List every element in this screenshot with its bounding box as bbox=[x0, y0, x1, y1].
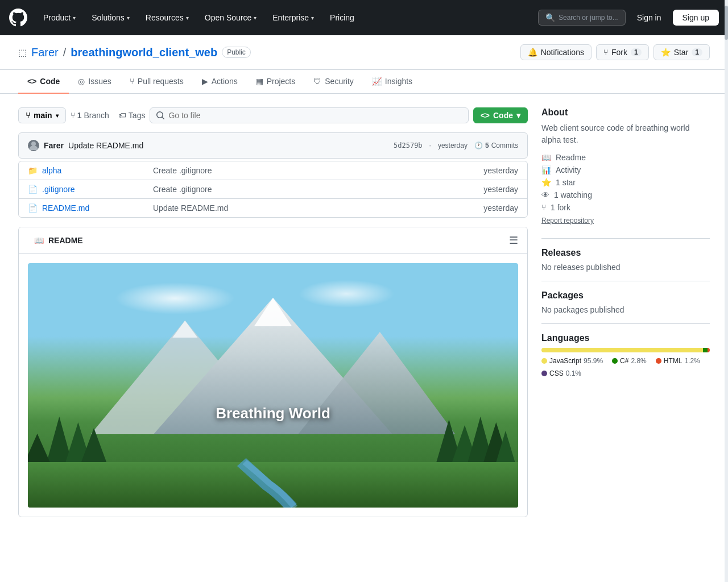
activity-link[interactable]: 📊 Activity bbox=[541, 165, 710, 174]
lang-item-js[interactable]: JavaScript 95.9% bbox=[541, 357, 603, 365]
watching-link[interactable]: 👁 1 watching bbox=[541, 190, 710, 199]
nav-product[interactable]: Product ▾ bbox=[36, 9, 82, 27]
commit-author-avatar bbox=[28, 140, 39, 151]
languages-title: Languages bbox=[541, 333, 710, 343]
file-icon: 📄 bbox=[28, 203, 38, 213]
forks-link[interactable]: ⑂ 1 fork bbox=[541, 203, 710, 212]
file-search bbox=[150, 107, 468, 123]
scrollbar-thumb[interactable] bbox=[725, 6, 728, 40]
top-nav: Product ▾ Solutions ▾ Resources ▾ Open S… bbox=[0, 0, 728, 35]
search-icon: 🔍 bbox=[545, 13, 555, 22]
file-commit-msg: Update README.md bbox=[153, 203, 483, 213]
go-to-file-input[interactable] bbox=[150, 107, 468, 123]
github-logo[interactable] bbox=[9, 9, 27, 27]
chevron-down-icon: ▾ bbox=[186, 15, 189, 21]
languages-bar bbox=[541, 348, 710, 352]
history-icon: 🕐 bbox=[474, 142, 483, 149]
nav-open-source[interactable]: Open Source ▾ bbox=[198, 9, 264, 27]
repo-name-link[interactable]: breathingworld_client_web bbox=[71, 46, 217, 59]
nav-solutions[interactable]: Solutions ▾ bbox=[85, 9, 136, 27]
fork-icon: ⑂ bbox=[603, 48, 608, 57]
file-name-gitignore[interactable]: 📄 .gitignore bbox=[28, 185, 153, 194]
file-date: yesterday bbox=[483, 203, 518, 213]
svg-marker-4 bbox=[254, 298, 292, 326]
repo-header: ⬚ Farer / breathingworld_client_web Publ… bbox=[0, 35, 728, 70]
commit-author-name[interactable]: Farer bbox=[44, 141, 64, 150]
branch-icon: ⑂ bbox=[26, 111, 30, 120]
tag-icon: 🏷 bbox=[118, 111, 126, 120]
languages-section: Languages JavaScript 95.9% C# 2.8% bbox=[541, 323, 710, 377]
file-date: yesterday bbox=[483, 166, 518, 175]
file-row: 📄 .gitignore Create .gitignore yesterday bbox=[19, 180, 527, 198]
branch-selector[interactable]: ⑂ main ▾ bbox=[18, 107, 66, 123]
lang-item-csharp[interactable]: C# 2.8% bbox=[612, 357, 647, 365]
chevron-down-icon: ▾ bbox=[56, 113, 59, 119]
svg-point-0 bbox=[31, 142, 36, 146]
packages-title: Packages bbox=[541, 290, 710, 301]
tab-pull-requests[interactable]: ⑂ Pull requests bbox=[121, 70, 193, 94]
readme-link[interactable]: 📖 Readme bbox=[541, 153, 710, 162]
eye-icon: 👁 bbox=[541, 190, 549, 199]
scrollbar[interactable] bbox=[725, 0, 728, 531]
lang-item-css[interactable]: CSS 0.1% bbox=[541, 369, 581, 377]
tab-projects[interactable]: ▦ Projects bbox=[247, 70, 305, 94]
repo-owner-link[interactable]: Farer bbox=[31, 46, 59, 59]
readme-options-button[interactable]: ☰ bbox=[509, 234, 518, 247]
commit-meta: 5d2579b · yesterday 🕐 5 Commits bbox=[394, 142, 518, 149]
search-button[interactable]: 🔍 Search or jump to... bbox=[538, 10, 626, 26]
bell-icon: 🔔 bbox=[528, 48, 537, 57]
book-icon: 📖 bbox=[541, 153, 551, 162]
about-links: 📖 Readme 📊 Activity ⭐ 1 star 👁 1 watchin… bbox=[541, 153, 710, 212]
insights-icon: 📈 bbox=[372, 77, 382, 86]
tab-insights[interactable]: 📈 Insights bbox=[363, 70, 421, 94]
stars-link[interactable]: ⭐ 1 star bbox=[541, 178, 710, 187]
sidebar: About Web client source code of breathin… bbox=[541, 107, 710, 517]
fork-button[interactable]: ⑂ Fork 1 bbox=[596, 44, 649, 60]
file-row: 📄 README.md Update README.md yesterday bbox=[19, 198, 527, 217]
branch-meta: ⑂ 1 Branch 🏷 Tags bbox=[71, 111, 146, 120]
commits-count-link[interactable]: 🕐 5 Commits bbox=[474, 142, 518, 149]
nav-enterprise[interactable]: Enterprise ▾ bbox=[266, 9, 321, 27]
sign-up-button[interactable]: Sign up bbox=[673, 10, 719, 26]
lang-item-html[interactable]: HTML 1.2% bbox=[656, 357, 700, 365]
tab-code[interactable]: <> Code bbox=[18, 70, 69, 94]
notifications-button[interactable]: 🔔 Notifications bbox=[520, 44, 592, 60]
readme-landscape-image: Breathing World bbox=[28, 263, 518, 508]
tab-actions[interactable]: ▶ Actions bbox=[193, 70, 247, 94]
tab-issues[interactable]: ◎ Issues bbox=[69, 70, 120, 94]
tags-link[interactable]: 🏷 Tags bbox=[118, 111, 146, 120]
visibility-badge: Public bbox=[222, 47, 251, 58]
lang-dot-html bbox=[656, 358, 661, 364]
file-commit-msg: Create .gitignore bbox=[153, 166, 483, 175]
languages-list: JavaScript 95.9% C# 2.8% HTML 1.2% CSS 0… bbox=[541, 357, 710, 377]
code-dropdown-button[interactable]: <> Code ▾ bbox=[473, 107, 528, 123]
readme-title: 📖 README bbox=[28, 235, 83, 246]
file-commit-msg: Create .gitignore bbox=[153, 185, 483, 194]
file-table: 📁 alpha Create .gitignore yesterday 📄 .g… bbox=[18, 161, 528, 218]
releases-section: Releases No releases published bbox=[541, 238, 710, 272]
sign-in-button[interactable]: Sign in bbox=[630, 10, 668, 25]
nav-resources[interactable]: Resources ▾ bbox=[139, 9, 196, 27]
svg-marker-5 bbox=[172, 321, 197, 338]
nav-pricing[interactable]: Pricing bbox=[323, 9, 361, 27]
star-button[interactable]: ⭐ Star 1 bbox=[653, 44, 710, 60]
report-repository-link[interactable]: Report repository bbox=[541, 217, 710, 225]
file-name-alpha[interactable]: 📁 alpha bbox=[28, 166, 153, 175]
branch-count-link[interactable]: ⑂ 1 Branch bbox=[71, 111, 109, 120]
book-icon: 📖 bbox=[34, 236, 44, 245]
file-name-readme[interactable]: 📄 README.md bbox=[28, 203, 153, 213]
repo-title: ⬚ Farer / breathingworld_client_web Publ… bbox=[18, 46, 251, 59]
readme-image-container: Breathing World bbox=[19, 254, 527, 517]
lang-csharp-bar bbox=[703, 348, 708, 352]
lang-dot-csharp bbox=[612, 358, 618, 364]
commit-message[interactable]: Update README.md bbox=[68, 141, 143, 150]
about-desc: Web client source code of breathing worl… bbox=[541, 122, 710, 146]
projects-icon: ▦ bbox=[256, 77, 263, 86]
chevron-down-icon: ▾ bbox=[311, 15, 314, 21]
actions-icon: ▶ bbox=[202, 77, 208, 86]
commit-hash[interactable]: 5d2579b bbox=[394, 142, 423, 149]
tab-security[interactable]: 🛡 Security bbox=[304, 70, 363, 94]
readme-image-title: Breathing World bbox=[216, 405, 330, 422]
packages-empty-text: No packages published bbox=[541, 305, 710, 314]
activity-icon: 📊 bbox=[541, 165, 551, 174]
